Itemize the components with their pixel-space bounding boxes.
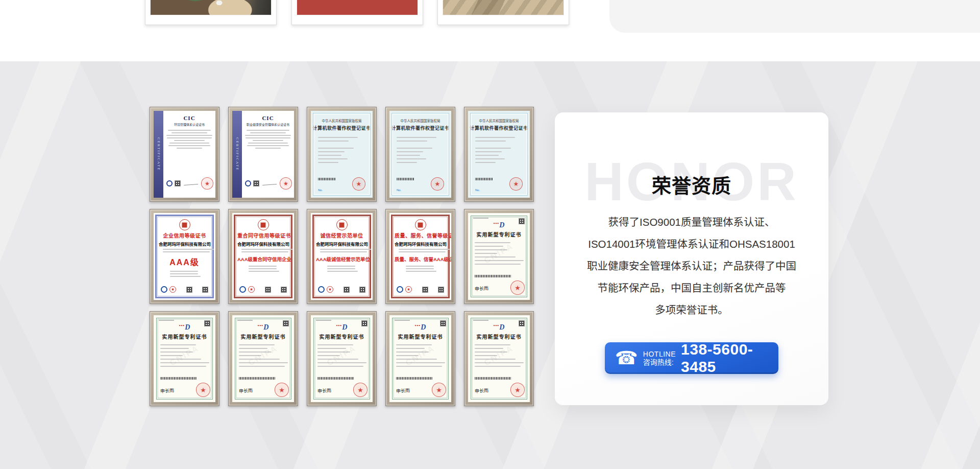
certificate-paper: •••D实用新型专利证书申长雨★CNIPA [389,315,451,402]
photo-card-excavation[interactable] [145,0,277,25]
text-line [249,271,279,272]
logo-dots: ••• [494,221,499,226]
text-line [174,140,205,141]
certificate-patent: •••D实用新型专利证书申长雨★CNIPA [150,311,219,406]
red-seal: ★ [431,177,444,191]
blue-round-badge [318,286,325,293]
text-line [168,145,210,146]
text-line [475,344,510,345]
description-line: 节能环保产品，中国自主创新名优产品等 [564,277,819,299]
hotline-button[interactable]: ☎ HOTLINE 咨询热线: 138-5600-3485 [605,342,778,374]
serial-number: No. [397,189,401,192]
certificate-border: 质量、服务、信誉等级证书合肥珂玛环保科技有限公司质量、服务、信誉AAA级企业★ [391,215,450,298]
qr-code [281,287,287,293]
text-line [248,143,288,144]
text-line [327,271,358,272]
text-line [241,249,292,250]
certificate-copyright: 中华人民共和国国家版权局计算机软件著作权登记证书No.★ [464,107,534,202]
qr-code [422,287,428,293]
red-seal: ★ [509,177,523,191]
hotline-label-en: HOTLINE [643,350,676,358]
award-text: 质量、服务、信誉AAA级企业 [395,255,446,263]
red-seal: ★ [353,383,368,397]
barcode [239,377,276,380]
barcode [317,377,354,380]
certificate-title: 环境管理体系认证证书 [166,122,212,127]
certificate-title: 诚信经营示范单位 [316,231,368,239]
crane-truck-photo [297,0,418,15]
certificate-copyright: 中华人民共和国国家版权局计算机软件著作权登记证书No.★ [385,107,455,202]
text-line [255,148,281,149]
text-lines [237,249,289,252]
certificate-patent: •••D实用新型专利证书申长雨★CNIPA [307,311,377,406]
blue-round-badge [397,286,403,293]
certificate-badges: ★ [161,286,208,293]
red-seal: ★ [510,383,525,397]
certificate-border: 诚信经营示范单位合肥珂玛环保科技有限公司AAA级诚信经营示范单位★ [312,215,371,298]
text-lines [395,249,446,252]
text-line [237,320,253,321]
text-line [396,344,432,345]
text-line [406,266,434,267]
certificate-body: CIC环境管理体系认证证书★ [163,111,215,198]
certificate-badges: ★ [318,286,365,293]
certificate-title: 职业健康安全管理体系认证证书 [245,122,291,127]
signature: 申长雨 [396,387,410,394]
text-line [317,344,353,345]
qr-code [283,320,289,326]
date-lines [395,266,446,272]
logo-dots: ••• [258,323,263,328]
text-line [247,145,289,146]
text-line [475,242,510,243]
band-text: CERTIFICATE [157,137,161,171]
qr-code [440,320,446,326]
text-line [159,320,174,321]
award-text: AAA级重合同守信用企业 [237,255,289,263]
photo-card-concrete-pit[interactable] [437,0,569,25]
text-line [395,320,410,321]
qr-code [204,320,210,326]
text-line [167,137,212,138]
cic-round-badge [245,180,251,186]
text-line [241,251,288,252]
certificate-title: 重合同守信用等级证书 [237,231,289,239]
certificate-patent: •••D实用新型专利证书申长雨★CNIPA [385,311,455,406]
signature: 申长雨 [475,285,489,292]
text-line [163,249,214,250]
photo-card-crane-truck[interactable] [291,0,423,25]
qr-code [519,218,525,224]
text-line [247,130,289,131]
certificate-title: 企业信用等级证书 [159,231,210,239]
page: CERTIFICATECIC环境管理体系认证证书★CERTIFICATECIC职… [0,0,980,469]
company-name: 合肥珂玛环保科技有限公司 [159,241,210,247]
text-line [168,130,211,131]
text-line [399,251,446,252]
certificate-patent: •••D实用新型专利证书申长雨★CNIPA [464,209,534,304]
certificate-badges: ★ [397,286,444,293]
red-seal: ★ [275,383,289,397]
certificate-paper: •••D实用新型专利证书申长雨★CNIPA [468,315,530,402]
blue-round-badge [161,286,167,293]
text-line [160,344,196,345]
qr-code [186,287,192,293]
red-emblem [258,219,269,230]
certificate-grid: CERTIFICATECIC环境管理体系认证证书★CERTIFICATECIC职… [150,107,534,406]
certificate-badges: ★ [239,286,287,293]
signature: 申长雨 [239,387,253,394]
company-name: 合肥珂玛环保科技有限公司 [237,241,289,247]
cic-logo: CIC [166,115,212,121]
certificate-badges: ★ [245,177,292,190]
date-lines [316,266,368,272]
section-title: 荣誉资质 [555,170,828,198]
certificate-badges: ★ [166,177,213,190]
text-line [245,135,291,136]
certificate-paper: 诚信经营示范单位合肥珂玛环保科技有限公司AAA级诚信经营示范单位★ [311,213,373,300]
text-lines [245,130,291,149]
text-line [475,348,503,349]
red-emblem [179,219,190,230]
certificate-body: CIC职业健康安全管理体系认证证书★ [242,111,294,198]
certificate-side-band: CERTIFICATE [154,111,163,198]
certificate-cic: CERTIFICATECIC职业健康安全管理体系认证证书★ [228,107,298,202]
red-emblem [415,219,426,230]
rounded-panel-corner [609,0,980,33]
